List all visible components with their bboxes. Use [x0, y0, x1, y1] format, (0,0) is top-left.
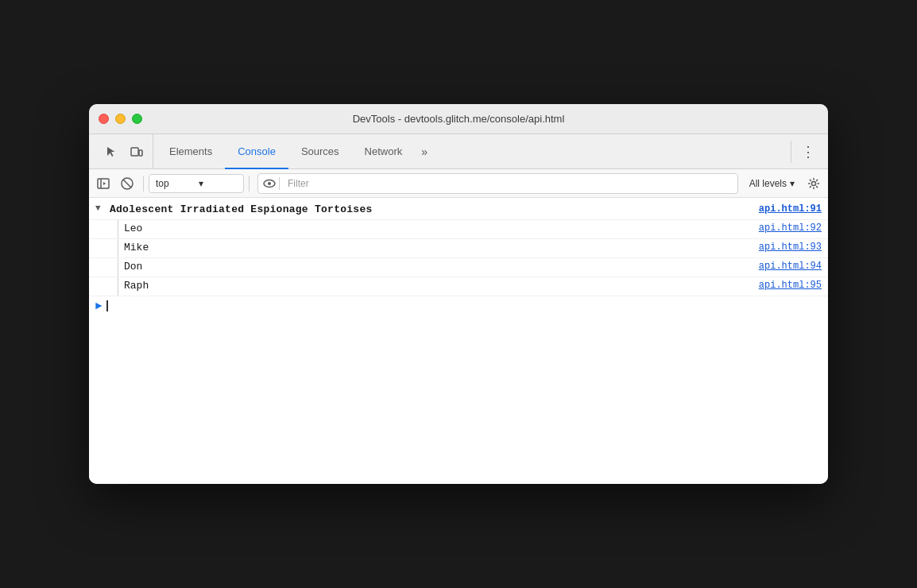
prompt-cursor	[106, 300, 108, 311]
source-link-93[interactable]: api.html:93	[759, 242, 822, 253]
tabs-more-button[interactable]: »	[415, 134, 434, 168]
svg-rect-1	[139, 150, 142, 156]
tab-sources[interactable]: Sources	[288, 134, 352, 169]
toolbar-divider-2	[249, 176, 250, 191]
log-levels-button[interactable]: All levels ▾	[743, 175, 801, 192]
svg-point-8	[268, 182, 271, 185]
close-button[interactable]	[99, 114, 109, 124]
svg-line-6	[123, 180, 131, 188]
sidebar-icon	[97, 178, 110, 189]
maximize-button[interactable]	[132, 114, 142, 124]
tab-elements[interactable]: Elements	[157, 134, 225, 169]
minimize-button[interactable]	[115, 114, 126, 124]
window-title: DevTools - devtools.glitch.me/console/ap…	[353, 113, 565, 125]
filter-inner-divider	[279, 177, 280, 190]
console-content: ▼ Adolescent Irradiated Espionage Tortoi…	[89, 198, 828, 484]
tabs-divider	[791, 141, 791, 163]
log-item-don: Don api.html:94	[89, 258, 828, 277]
log-item-raph: Raph api.html:95	[89, 277, 828, 296]
device-icon	[130, 145, 143, 158]
svg-rect-0	[131, 148, 138, 156]
clear-icon	[121, 177, 133, 190]
filter-bar	[257, 173, 738, 194]
devtools-menu-button[interactable]: ⋮	[795, 143, 822, 161]
eye-icon	[263, 177, 276, 190]
tabs-menu: ⋮	[787, 134, 822, 168]
context-selector[interactable]: top ▾	[149, 174, 244, 193]
source-link-91[interactable]: api.html:91	[759, 203, 822, 215]
console-settings-button[interactable]	[803, 172, 825, 195]
cursor-icon-button[interactable]	[100, 141, 122, 163]
console-toolbar: top ▾ All levels ▾	[89, 169, 828, 198]
filter-input[interactable]	[284, 176, 733, 191]
prompt-arrow: ►	[95, 300, 102, 312]
show-console-sidebar-button[interactable]	[92, 172, 114, 195]
log-item-leo: Leo api.html:92	[89, 220, 828, 239]
device-toolbar-button[interactable]	[126, 141, 148, 163]
cursor-icon	[105, 145, 118, 158]
traffic-lights	[99, 114, 142, 124]
title-bar: DevTools - devtools.glitch.me/console/ap…	[89, 104, 828, 134]
expand-arrow[interactable]: ▼	[95, 203, 106, 213]
console-prompt-line[interactable]: ►	[89, 296, 828, 315]
toolbar-divider-1	[143, 176, 144, 191]
tab-icons	[95, 134, 153, 168]
tab-console[interactable]: Console	[225, 134, 288, 169]
tabs-bar: Elements Console Sources Network » ⋮	[89, 134, 828, 169]
source-link-95[interactable]: api.html:95	[759, 280, 822, 291]
devtools-window: DevTools - devtools.glitch.me/console/ap…	[89, 104, 828, 484]
svg-point-9	[812, 181, 816, 185]
gear-icon	[807, 177, 820, 190]
clear-console-button[interactable]	[116, 172, 138, 195]
log-item-mike: Mike api.html:93	[89, 239, 828, 258]
svg-marker-4	[103, 182, 106, 185]
console-group-header: ▼ Adolescent Irradiated Espionage Tortoi…	[89, 201, 828, 220]
source-link-92[interactable]: api.html:92	[759, 222, 822, 234]
source-link-94[interactable]: api.html:94	[759, 261, 822, 272]
tab-network[interactable]: Network	[352, 134, 416, 169]
